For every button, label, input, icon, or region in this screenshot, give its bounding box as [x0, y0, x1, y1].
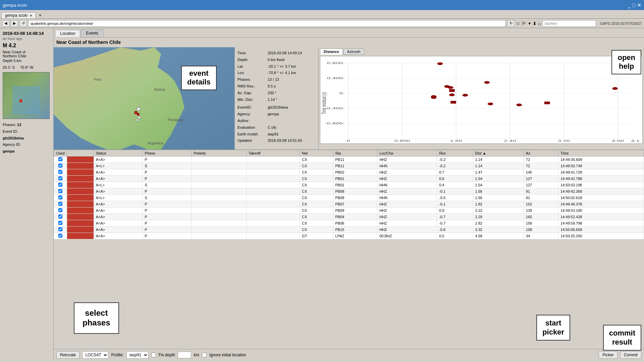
depth-input[interactable] [178, 352, 191, 358]
col-used: Used [54, 150, 67, 157]
map-container[interactable]: Peru Bolivia Paraguay Argentina [54, 47, 235, 149]
refresh-button[interactable]: ↺ [19, 20, 27, 27]
svg-point-40 [484, 81, 490, 84]
row-checkbox[interactable] [58, 157, 62, 161]
ignore-initial-checkbox[interactable] [202, 353, 207, 357]
az-cell: 165 [524, 214, 558, 220]
new-tab-button[interactable]: + [36, 12, 44, 18]
home-icon[interactable]: ⌂ [538, 21, 541, 26]
svg-point-44 [612, 87, 618, 90]
reload-icon[interactable]: ↻ [507, 20, 515, 27]
download-icon[interactable]: ⬇ [533, 21, 537, 26]
svg-text:0-: 0- [339, 92, 345, 95]
event-id-value: gfz2016etoa [3, 136, 24, 140]
profile-label: Profile: [111, 353, 123, 357]
map-point-1 [137, 107, 141, 111]
polarity-cell [192, 182, 247, 188]
polarity-cell [192, 195, 247, 201]
author-dl: Author: [237, 118, 268, 124]
search-input[interactable] [542, 20, 596, 27]
back-button[interactable]: ◀ [2, 20, 9, 27]
res-cell: -0.1 [437, 188, 473, 195]
km-label: km [194, 353, 199, 357]
profile-dropdown[interactable]: iasp91 [126, 351, 149, 359]
bookmark-icon[interactable]: ☆ [516, 21, 520, 26]
svg-text:Peru: Peru [94, 77, 102, 81]
polarity-cell [192, 169, 247, 176]
time-cell: 14:50:03.198 [558, 182, 644, 188]
ignore-label: Ignore initial location [209, 353, 246, 357]
table-row: A<A>PCXPB15HHZ-0.63.3215814:50:06.658 [54, 227, 644, 233]
time-cell: 14:49:59.798 [558, 220, 644, 227]
row-checkbox[interactable] [58, 176, 62, 180]
polarity-cell [192, 176, 247, 182]
dropdown-icon[interactable]: ▼ [528, 21, 531, 25]
svg-text:4.00: 4.00 [612, 139, 624, 142]
sta-cell: PB01 [333, 182, 377, 188]
table-row: A<A>PGTLPAZ00.BHZ0.54.583414:50:25.250 [54, 233, 644, 239]
status-cell: A<A> [94, 207, 143, 214]
row-checkbox[interactable] [58, 164, 62, 168]
row-checkbox[interactable] [58, 227, 62, 231]
az-label: Az. Gap: [237, 90, 268, 97]
select-phases-annotation: selectphases [74, 302, 119, 334]
row-checkbox[interactable] [58, 183, 62, 187]
row-checkbox[interactable] [58, 215, 62, 219]
chart-tab-azimuth[interactable]: Azimuth [343, 49, 364, 55]
lat-label: Lat: [237, 63, 268, 70]
takeoff-cell [246, 233, 300, 239]
loc-cha-cell: HHZ [377, 227, 437, 233]
phases-table: Used Status Phase Polarity Takeoff Net S… [54, 150, 644, 239]
relocate-button[interactable]: Relocate [56, 351, 79, 359]
col-res: Res [437, 150, 473, 157]
takeoff-cell [246, 157, 300, 163]
dist-cell: 1.56 [473, 188, 524, 195]
picker-button[interactable]: Picker [599, 351, 617, 359]
earth-model-dl: Earth model: [237, 131, 268, 138]
table-row: A<A>PCXPB06HHZ-0.72.8215614:49:59.798 [54, 220, 644, 227]
forward-button[interactable]: ▶ [11, 20, 18, 27]
url-input[interactable] [28, 20, 506, 27]
stripe-cell [67, 163, 94, 169]
svg-text:3.20: 3.20 [558, 139, 570, 142]
polarity-cell [192, 188, 247, 195]
chart-panel: Distance Azimuth [319, 47, 644, 149]
fix-depth-checkbox[interactable] [151, 353, 156, 357]
agency-id-label: Agency ID: [3, 142, 21, 146]
col-loc-cha: Loc/Cha [377, 150, 437, 157]
locsat-dropdown[interactable]: LOCSAT [82, 351, 108, 359]
az-cell: 34 [524, 233, 558, 239]
row-checkbox[interactable] [58, 208, 62, 212]
stripe-cell [67, 214, 94, 220]
row-checkbox[interactable] [58, 202, 62, 206]
stripe-cell [67, 176, 94, 182]
chart-tab-distance[interactable]: Distance [320, 49, 343, 55]
res-cell: 0.5 [437, 233, 473, 239]
polarity-cell [192, 227, 247, 233]
net-cell: CX [300, 163, 333, 169]
commit-button[interactable]: Commit [620, 351, 641, 359]
row-checkbox[interactable] [58, 221, 62, 225]
loc-cha-cell: HHZ [377, 220, 437, 227]
d-phases-value: 13 / 13 [268, 76, 279, 83]
event-depth: Depth 5 km [3, 59, 51, 63]
sta-cell: PB06 [333, 220, 377, 227]
loc-cha-cell: HHN [377, 182, 437, 188]
tab-close-icon[interactable]: ✕ [30, 14, 32, 17]
takeoff-cell [246, 201, 300, 207]
row-checkbox[interactable] [58, 234, 62, 238]
commit-result-label: commitresult [609, 329, 635, 346]
lat-value: -20.1 ° +/- 3.7 km [268, 63, 296, 70]
phase-cell: P [143, 201, 192, 207]
tab-events[interactable]: Events [81, 29, 103, 37]
net-cell: CX [300, 214, 333, 220]
row-checkbox[interactable] [58, 195, 62, 199]
time-cell: 14:50:02.618 [558, 195, 644, 201]
time-value: 2016-03-08 14:49:14 [268, 50, 302, 57]
row-checkbox[interactable] [58, 170, 62, 174]
row-checkbox[interactable] [58, 189, 62, 193]
res-cell: 0.4 [437, 182, 473, 188]
browser-tab[interactable]: gempa scolv ✕ [1, 12, 36, 18]
tab-location[interactable]: Location [55, 30, 80, 38]
col-net: Net [300, 150, 333, 157]
